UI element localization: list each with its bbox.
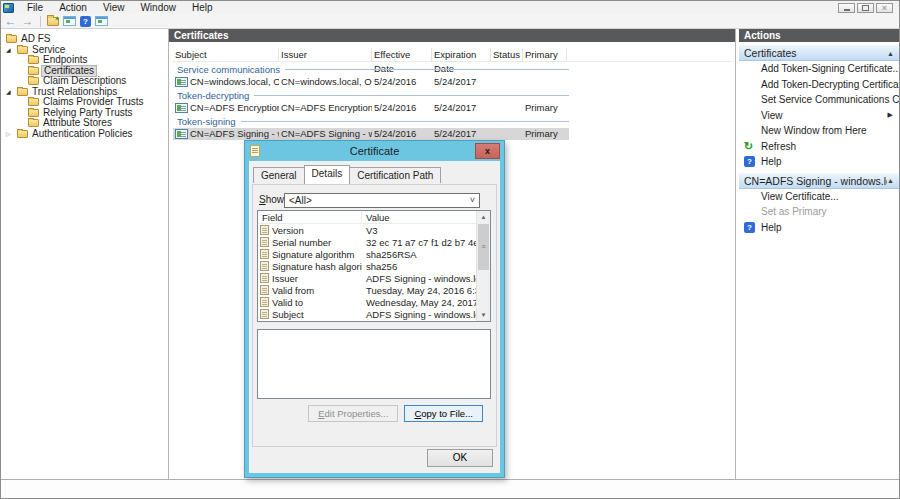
action-add-token-decrypting-certificate[interactable]: Add Token-Decrypting Certificate... xyxy=(739,77,899,93)
back-icon[interactable]: ← xyxy=(4,15,17,27)
action-add-token-signing-certificate[interactable]: Add Token-Signing Certificate... xyxy=(739,61,899,77)
refresh-icon: ↻ xyxy=(744,140,753,153)
column-header-status[interactable]: Status xyxy=(491,48,523,62)
folder-icon xyxy=(28,77,39,85)
list-column-value[interactable]: Value xyxy=(362,212,476,223)
action-refresh[interactable]: ↻Refresh xyxy=(739,139,899,155)
scroll-down-icon[interactable]: ▼ xyxy=(477,309,490,321)
field-doc-icon xyxy=(260,249,269,259)
table-row[interactable]: CN=ADFS Signing - windo...CN=ADFS Signin… xyxy=(173,128,569,141)
copy-to-file-button[interactable]: Copy to File... xyxy=(404,405,483,422)
table-row[interactable]: CN=ADFS Encryption - win...CN=ADFS Encry… xyxy=(173,102,569,115)
action-label: Help xyxy=(761,222,782,233)
column-header-expiration-date[interactable]: Expiration Date xyxy=(432,48,491,62)
certificates-table: SubjectIssuerEffective DateExpiration Da… xyxy=(169,48,735,140)
field-doc-icon xyxy=(260,261,269,271)
toolbar: ← → ? xyxy=(1,14,899,29)
tree-item-claim-descriptions[interactable]: Claim Descriptions xyxy=(1,76,168,87)
menu-window[interactable]: Window xyxy=(132,1,184,14)
edit-properties-button: Edit Properties... xyxy=(308,405,398,422)
action-label: View Certificate... xyxy=(761,191,839,202)
show-dropdown[interactable]: <All> ˅ xyxy=(284,193,480,208)
chevron-down-icon: ˅ xyxy=(470,194,475,207)
tab-general[interactable]: General xyxy=(253,167,305,183)
actions-section-label: CN=ADFS Signing - windows.lo... xyxy=(744,175,887,187)
tree-item-ad-fs[interactable]: AD FS xyxy=(1,34,168,45)
tree-item-label: Authentication Policies xyxy=(32,129,133,139)
help-icon[interactable]: ? xyxy=(80,16,91,27)
field-value: ADFS Signing - windows.local xyxy=(362,273,476,284)
column-header-subject[interactable]: Subject xyxy=(173,48,279,62)
tree-item-label: AD FS xyxy=(21,34,50,44)
field-row-signature-hash-algorithm[interactable]: Signature hash algorithmsha256 xyxy=(258,260,476,272)
actions-section-header-certificates[interactable]: Certificates▲ xyxy=(739,45,899,61)
action-view[interactable]: View▶ xyxy=(739,108,899,124)
action-label: View xyxy=(761,110,783,121)
subject-cell: CN=ADFS Encryption - win... xyxy=(173,102,279,113)
column-header-primary[interactable]: Primary xyxy=(523,48,567,62)
menu-action[interactable]: Action xyxy=(51,1,95,14)
show-console-tree-icon[interactable] xyxy=(63,16,76,26)
actions-sections: Certificates▲Add Token-Signing Certifica… xyxy=(739,45,899,235)
action-new-window-from-here[interactable]: New Window from Here xyxy=(739,123,899,139)
restore-button[interactable] xyxy=(857,3,874,13)
action-set-service-communications-certifi[interactable]: Set Service Communications Certifi... xyxy=(739,92,899,108)
field-row-valid-from[interactable]: Valid fromTuesday, May 24, 2016 6:33:... xyxy=(258,284,476,296)
collapse-arrow-icon[interactable]: ▲ xyxy=(887,177,894,184)
action-help[interactable]: ?Help xyxy=(739,220,899,236)
action-view-certificate[interactable]: View Certificate... xyxy=(739,189,899,205)
minimize-button[interactable] xyxy=(838,3,855,13)
column-header-issuer[interactable]: Issuer xyxy=(279,48,372,62)
primary-cell: Primary xyxy=(523,102,567,113)
field-row-signature-algorithm[interactable]: Signature algorithmsha256RSA xyxy=(258,248,476,260)
dialog-button-row: Edit Properties... Copy to File... xyxy=(308,405,483,422)
column-header-effective-date[interactable]: Effective Date xyxy=(372,48,432,62)
tab-details[interactable]: Details xyxy=(304,165,351,184)
field-row-valid-to[interactable]: Valid toWednesday, May 24, 2017 6:... xyxy=(258,296,476,308)
show-action-pane-icon[interactable] xyxy=(95,16,108,26)
up-one-level-icon[interactable] xyxy=(47,17,59,26)
menu-view[interactable]: View xyxy=(95,1,133,14)
tree-item-label: Claim Descriptions xyxy=(43,76,126,86)
field-name: Signature algorithm xyxy=(272,249,354,260)
actions-section-header-cn-adfs-signing-windows-lo[interactable]: CN=ADFS Signing - windows.lo...▲ xyxy=(739,173,899,189)
tree-item-attribute-stores[interactable]: Attribute Stores xyxy=(1,118,168,129)
expander-expanded-icon[interactable]: ◢ xyxy=(6,88,17,95)
certificate-icon xyxy=(175,103,188,113)
table-row[interactable]: CN=windows.local, O=JINC...CN=windows.lo… xyxy=(173,76,569,89)
expander-expanded-icon[interactable]: ◢ xyxy=(6,46,17,53)
collapse-arrow-icon[interactable]: ▲ xyxy=(887,50,894,57)
field-row-version[interactable]: VersionV3 xyxy=(258,224,476,236)
tree-item-authentication-policies[interactable]: ▷Authentication Policies xyxy=(1,129,168,140)
scroll-thumb[interactable]: ≡ xyxy=(478,224,489,270)
action-help[interactable]: ?Help xyxy=(739,154,899,170)
forward-icon[interactable]: → xyxy=(21,15,34,27)
tree-item-label: Attribute Stores xyxy=(43,118,112,128)
certificate-icon xyxy=(175,77,188,87)
folder-icon xyxy=(17,88,28,96)
mmc-window: FileActionViewWindowHelp × ← → ? AD FS◢S… xyxy=(0,0,900,499)
scroll-up-icon[interactable]: ▲ xyxy=(477,211,490,223)
dialog-title: Certificate xyxy=(350,145,400,157)
expander-collapsed-icon[interactable]: ▷ xyxy=(6,130,17,137)
menu-file[interactable]: File xyxy=(19,1,51,14)
field-row-serial-number[interactable]: Serial number32 ec 71 a7 c7 f1 d2 b7 4e … xyxy=(258,236,476,248)
field-name-cell: Valid to xyxy=(258,297,362,308)
action-label: Set Service Communications Certifi... xyxy=(761,94,899,105)
tab-certification-path[interactable]: Certification Path xyxy=(349,167,441,183)
field-name: Signature hash algorithm xyxy=(272,261,362,272)
ok-button[interactable]: OK xyxy=(427,449,493,467)
dialog-titlebar[interactable]: Certificate x xyxy=(245,141,504,161)
list-scrollbar[interactable]: ▲ ≡ ▼ xyxy=(476,211,490,321)
dialog-close-button[interactable]: x xyxy=(475,143,500,159)
list-column-field[interactable]: Field xyxy=(258,211,362,224)
subject-text: CN=windows.local, O=JINC... xyxy=(190,76,279,87)
menu-help[interactable]: Help xyxy=(184,1,221,14)
field-name-cell: Signature hash algorithm xyxy=(258,261,362,272)
tree-item-claims-provider-trusts[interactable]: Claims Provider Trusts xyxy=(1,97,168,108)
close-button[interactable]: × xyxy=(876,3,893,13)
field-row-issuer[interactable]: IssuerADFS Signing - windows.local xyxy=(258,272,476,284)
field-row-subject[interactable]: SubjectADFS Signing - windows.local xyxy=(258,308,476,320)
field-value-list[interactable]: FieldValue VersionV3Serial number32 ec 7… xyxy=(257,210,491,322)
field-value: sha256 xyxy=(362,261,476,272)
